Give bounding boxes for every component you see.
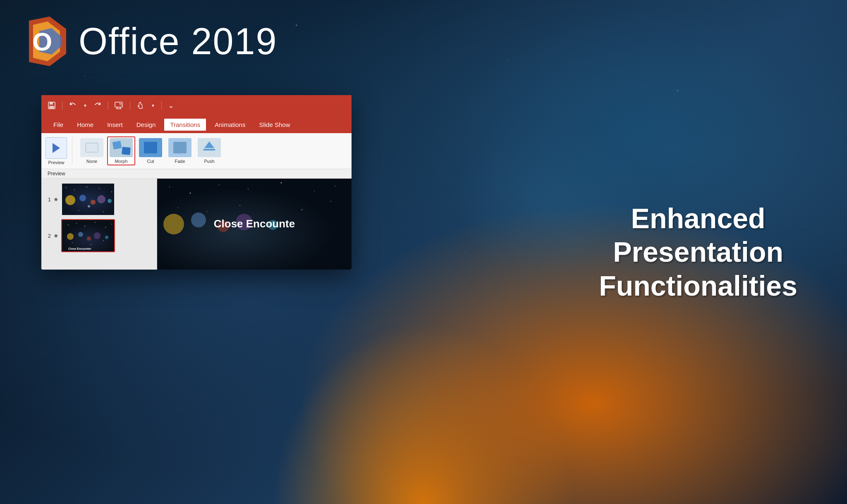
svg-point-54 bbox=[330, 201, 331, 202]
svg-point-28 bbox=[76, 223, 77, 224]
svg-point-43 bbox=[169, 186, 170, 187]
slide-thumbnail-2[interactable]: Close Encounter bbox=[61, 219, 115, 252]
push-arrow bbox=[204, 141, 214, 148]
toolbar-separator bbox=[62, 101, 62, 110]
svg-point-22 bbox=[99, 188, 100, 189]
slide-item-2[interactable]: 2 ★ bbox=[45, 219, 153, 252]
menu-slideshow[interactable]: Slide Show bbox=[253, 119, 296, 131]
svg-point-31 bbox=[105, 227, 106, 228]
morph-shape-left bbox=[112, 141, 122, 149]
slide-thumb-inner-2: Close Encounter bbox=[62, 220, 114, 251]
svg-point-25 bbox=[103, 211, 104, 212]
present-mode-button[interactable] bbox=[115, 101, 124, 110]
enhanced-text: Enhanced Presentation Functionalities bbox=[599, 201, 797, 303]
svg-point-19 bbox=[66, 187, 67, 188]
svg-rect-11 bbox=[86, 143, 98, 152]
play-triangle bbox=[53, 143, 60, 153]
undo-dropdown[interactable]: ▼ bbox=[83, 103, 87, 108]
svg-point-34 bbox=[91, 244, 91, 245]
svg-point-24 bbox=[78, 210, 79, 211]
fade-icon bbox=[168, 138, 191, 157]
right-panel: Enhanced Presentation Functionalities bbox=[599, 201, 797, 303]
touch-button[interactable] bbox=[136, 101, 145, 110]
svg-point-33 bbox=[72, 242, 73, 243]
svg-point-40 bbox=[105, 236, 108, 239]
svg-point-39 bbox=[94, 232, 100, 239]
svg-point-45 bbox=[219, 184, 220, 185]
svg-point-46 bbox=[248, 189, 249, 189]
redo-button[interactable] bbox=[93, 101, 102, 110]
fade-label: Fade bbox=[175, 159, 185, 164]
svg-point-52 bbox=[239, 205, 240, 206]
toolbar-separator-4 bbox=[161, 101, 162, 110]
transition-cut[interactable]: Cut bbox=[136, 136, 165, 165]
none-icon bbox=[80, 138, 103, 157]
svg-point-20 bbox=[74, 189, 75, 190]
svg-point-17 bbox=[108, 199, 112, 203]
svg-text:O: O bbox=[32, 27, 52, 56]
svg-point-44 bbox=[190, 193, 191, 194]
svg-point-18 bbox=[88, 205, 90, 208]
svg-point-14 bbox=[79, 195, 86, 201]
svg-point-15 bbox=[91, 200, 96, 205]
push-line bbox=[203, 149, 215, 150]
preview-icon bbox=[45, 137, 67, 159]
svg-point-23 bbox=[111, 191, 112, 192]
menu-home[interactable]: Home bbox=[71, 119, 99, 131]
svg-rect-3 bbox=[49, 106, 54, 108]
menu-file[interactable]: File bbox=[48, 119, 69, 131]
svg-text:Close Encounte: Close Encounte bbox=[214, 217, 295, 230]
preview-button[interactable]: Preview bbox=[45, 137, 72, 165]
svg-point-49 bbox=[335, 186, 335, 186]
ribbon-toolbar: ▼ ▼ ⌄ bbox=[41, 95, 352, 116]
ribbon-content: Preview None Morph bbox=[41, 133, 352, 169]
office-logo: O bbox=[21, 17, 70, 66]
office-title: Office 2019 bbox=[79, 20, 278, 63]
transition-fade[interactable]: Fade bbox=[166, 136, 194, 165]
svg-point-51 bbox=[206, 211, 207, 212]
svg-point-48 bbox=[314, 191, 315, 191]
svg-point-55 bbox=[163, 214, 184, 234]
slide-star-2: ★ bbox=[53, 232, 59, 239]
slide-thumb-inner-1 bbox=[62, 184, 114, 215]
slide-thumbnail-1[interactable] bbox=[61, 183, 115, 216]
svg-point-32 bbox=[111, 224, 112, 225]
morph-shape-right bbox=[122, 147, 130, 155]
svg-point-13 bbox=[65, 195, 75, 205]
menu-animations[interactable]: Animations bbox=[209, 119, 251, 131]
menu-transitions[interactable]: Transitions bbox=[163, 118, 207, 131]
svg-point-16 bbox=[97, 195, 105, 203]
save-button[interactable] bbox=[48, 101, 56, 110]
svg-point-53 bbox=[301, 209, 303, 210]
svg-point-38 bbox=[87, 236, 91, 241]
transition-push[interactable]: Push bbox=[195, 136, 223, 165]
slide-star-1: ★ bbox=[53, 196, 59, 203]
svg-point-35 bbox=[103, 240, 104, 241]
customize-button[interactable]: ⌄ bbox=[168, 101, 174, 110]
fade-square bbox=[173, 142, 187, 153]
cut-label: Cut bbox=[147, 159, 154, 164]
undo-button[interactable] bbox=[69, 101, 77, 110]
menu-design[interactable]: Design bbox=[131, 119, 162, 131]
menu-bar: File Home Insert Design Transitions Anim… bbox=[41, 116, 352, 133]
slide-item-1[interactable]: 1 ★ bbox=[45, 183, 153, 216]
svg-point-37 bbox=[78, 232, 83, 237]
menu-insert[interactable]: Insert bbox=[101, 119, 129, 131]
slide-number-2: 2 bbox=[45, 233, 51, 239]
push-label: Push bbox=[204, 159, 214, 164]
svg-point-21 bbox=[86, 186, 87, 187]
toolbar-separator-2 bbox=[108, 101, 108, 110]
touch-dropdown[interactable]: ▼ bbox=[151, 103, 155, 108]
svg-point-47 bbox=[281, 182, 282, 184]
slide-main-view: Close Encounte bbox=[157, 179, 352, 270]
transition-morph[interactable]: Morph bbox=[107, 136, 135, 165]
push-icon bbox=[198, 138, 221, 157]
transition-none[interactable]: None bbox=[78, 136, 106, 165]
svg-rect-2 bbox=[50, 102, 53, 105]
none-label: None bbox=[86, 159, 97, 164]
main-area: 1 ★ bbox=[41, 179, 352, 270]
preview-section-label: Preview bbox=[41, 169, 352, 179]
top-header: O Office 2019 bbox=[21, 17, 278, 66]
svg-point-30 bbox=[95, 222, 96, 223]
slide-number-1: 1 bbox=[45, 196, 51, 203]
